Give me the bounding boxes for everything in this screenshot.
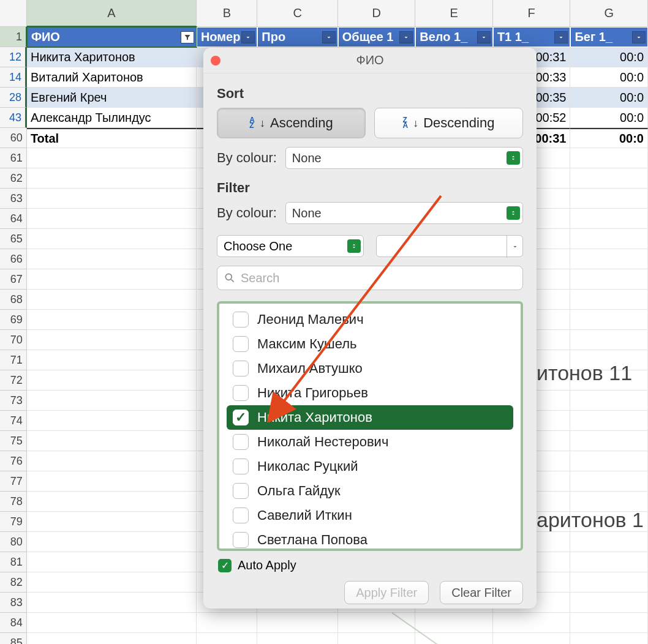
empty-cell[interactable] — [27, 391, 197, 411]
empty-cell[interactable] — [570, 290, 648, 310]
col-head-A[interactable]: A — [27, 0, 197, 27]
table-header-nomer[interactable]: Номер — [197, 27, 257, 47]
checkbox-icon[interactable] — [233, 312, 249, 328]
row-head[interactable]: 61 — [0, 148, 27, 168]
empty-cell[interactable] — [27, 229, 197, 249]
row-head[interactable]: 73 — [0, 391, 27, 411]
row-head[interactable]: 72 — [0, 370, 27, 391]
cell-beg[interactable]: 00:0 — [570, 47, 648, 67]
empty-cell[interactable] — [570, 168, 648, 189]
cell-fio[interactable]: Никита Харитонов — [27, 47, 197, 67]
row-head[interactable]: 74 — [0, 411, 27, 431]
dropdown-icon[interactable] — [632, 31, 646, 43]
filter-dropdown-icon[interactable] — [181, 31, 194, 43]
dropdown-icon[interactable] — [241, 31, 255, 43]
empty-cell[interactable] — [197, 633, 257, 644]
empty-cell[interactable] — [27, 613, 197, 633]
row-head[interactable]: 66 — [0, 249, 27, 269]
select-all-corner[interactable] — [0, 0, 27, 27]
filter-item[interactable]: Михаил Автушко — [227, 356, 513, 381]
col-head-E[interactable]: E — [415, 0, 493, 27]
row-head[interactable]: 77 — [0, 471, 27, 492]
row-head[interactable]: 79 — [0, 512, 27, 532]
row-head[interactable]: 12 — [0, 47, 27, 67]
row-head-1[interactable]: 1 — [0, 27, 27, 47]
empty-cell[interactable] — [570, 431, 648, 451]
empty-cell[interactable] — [27, 431, 197, 451]
filter-item[interactable]: Леонид Малевич — [227, 307, 513, 332]
cell-fio[interactable]: Александр Тылиндус — [27, 108, 197, 128]
row-head[interactable]: 76 — [0, 451, 27, 471]
col-head-F[interactable]: F — [493, 0, 571, 27]
empty-cell[interactable] — [493, 613, 571, 633]
checkbox-icon[interactable] — [233, 385, 249, 401]
row-head[interactable]: 43 — [0, 108, 27, 128]
row-head[interactable]: 67 — [0, 269, 27, 290]
dropdown-icon[interactable] — [554, 31, 568, 43]
dropdown-icon[interactable] — [477, 31, 491, 43]
checkbox-icon[interactable] — [233, 507, 249, 523]
empty-cell[interactable] — [197, 613, 257, 633]
row-head[interactable]: 85 — [0, 633, 27, 644]
empty-cell[interactable] — [570, 532, 648, 552]
empty-cell[interactable] — [415, 613, 493, 633]
cell-total-label[interactable]: Total — [27, 128, 197, 148]
close-icon[interactable] — [211, 56, 220, 66]
chevron-down-icon[interactable] — [507, 236, 522, 258]
row-head[interactable]: 60 — [0, 128, 27, 148]
empty-cell[interactable] — [27, 492, 197, 512]
empty-cell[interactable] — [27, 370, 197, 391]
row-head[interactable]: 70 — [0, 330, 27, 350]
row-head[interactable]: 14 — [0, 67, 27, 88]
empty-cell[interactable] — [27, 593, 197, 613]
empty-cell[interactable] — [27, 148, 197, 168]
empty-cell[interactable] — [570, 189, 648, 209]
empty-cell[interactable] — [257, 633, 337, 644]
empty-cell[interactable] — [570, 552, 648, 572]
row-head[interactable]: 62 — [0, 168, 27, 189]
row-head[interactable]: 71 — [0, 350, 27, 370]
filter-item[interactable]: Никита Григорьев — [227, 381, 513, 405]
filter-item[interactable]: Максим Кушель — [227, 332, 513, 356]
empty-cell[interactable] — [570, 572, 648, 593]
filter-values-list[interactable]: Леонид МалевичМаксим КушельМихаил Автушк… — [217, 301, 523, 551]
row-head[interactable]: 69 — [0, 310, 27, 330]
empty-cell[interactable] — [570, 471, 648, 492]
cell-total-beg[interactable]: 00:0 — [570, 128, 648, 148]
empty-cell[interactable] — [27, 310, 197, 330]
empty-cell[interactable] — [27, 532, 197, 552]
cell-fio[interactable]: Виталий Харитонов — [27, 67, 197, 88]
empty-cell[interactable] — [570, 229, 648, 249]
empty-cell[interactable] — [570, 269, 648, 290]
empty-cell[interactable] — [27, 633, 197, 644]
empty-cell[interactable] — [570, 249, 648, 269]
filter-item[interactable]: Николай Нестерович — [227, 430, 513, 454]
empty-cell[interactable] — [27, 290, 197, 310]
sort-ascending-button[interactable]: AZ ↓ Ascending — [217, 108, 366, 138]
table-header-pro[interactable]: Про — [257, 27, 337, 47]
empty-cell[interactable] — [570, 148, 648, 168]
row-head[interactable]: 83 — [0, 593, 27, 613]
cell-beg[interactable]: 00:0 — [570, 88, 648, 108]
cell-beg[interactable]: 00:0 — [570, 108, 648, 128]
row-head[interactable]: 82 — [0, 572, 27, 593]
filter-item[interactable]: Светлана Попова — [227, 528, 513, 551]
col-head-D[interactable]: D — [338, 0, 416, 27]
empty-cell[interactable] — [27, 572, 197, 593]
table-header-t1[interactable]: T1 1_ — [493, 27, 571, 47]
empty-cell[interactable] — [257, 613, 337, 633]
filter-colour-select[interactable]: None — [285, 202, 523, 224]
empty-cell[interactable] — [570, 310, 648, 330]
table-header-velo[interactable]: Вело 1_ — [415, 27, 493, 47]
row-head[interactable]: 63 — [0, 189, 27, 209]
auto-apply-checkbox[interactable]: ✓ — [218, 559, 232, 572]
empty-cell[interactable] — [27, 330, 197, 350]
checkbox-icon[interactable] — [233, 336, 249, 352]
empty-cell[interactable] — [570, 633, 648, 644]
empty-cell[interactable] — [27, 471, 197, 492]
filter-item[interactable]: Никита Харитонов — [227, 405, 513, 430]
sort-colour-select[interactable]: None — [285, 147, 523, 169]
empty-cell[interactable] — [27, 189, 197, 209]
empty-cell[interactable] — [27, 269, 197, 290]
col-head-G[interactable]: G — [570, 0, 648, 27]
